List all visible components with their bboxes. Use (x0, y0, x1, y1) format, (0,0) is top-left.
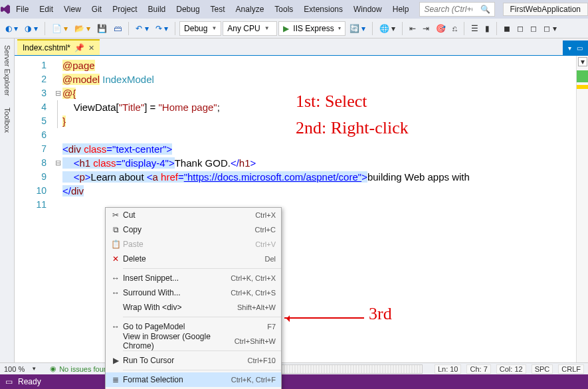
indent-more-button[interactable]: ⇥ (420, 23, 432, 35)
context-item-shortcut: Del (264, 255, 276, 263)
browser-link-button[interactable]: 🌐 ▾ (377, 23, 398, 35)
context-item-icon: ✕ (108, 254, 123, 264)
menu-analyze[interactable]: Analyze (231, 2, 270, 17)
menu-debug[interactable]: Debug (171, 2, 205, 17)
window-max-icon[interactable]: ▭ (577, 44, 583, 52)
context-item-wrap-with-div[interactable]: Wrap With <div>Shift+Alt+W (106, 300, 281, 315)
save-all-button[interactable]: 🗃 (111, 23, 124, 35)
line-ending-indicator[interactable]: CRLF (558, 364, 584, 374)
split-icon[interactable]: ▾ (578, 57, 587, 66)
status-icon: ▭ (5, 377, 13, 386)
issues-indicator[interactable]: ◉No issues found (50, 364, 112, 373)
pin-icon[interactable]: 📌 (74, 43, 84, 52)
targets-button[interactable]: 🎯 (433, 23, 448, 35)
context-item-delete[interactable]: ✕DeleteDel (106, 252, 281, 266)
indent-less-button[interactable]: ⇤ (407, 23, 419, 35)
context-item-cut[interactable]: ✂CutCtrl+X (106, 208, 281, 222)
line-number-gutter: 1234567891011 (15, 56, 53, 362)
fold-column[interactable]: ⊟ ⊟ (53, 56, 62, 362)
refresh-button[interactable]: 🔄 ▾ (347, 23, 368, 35)
misc-button-2[interactable]: ◻ (528, 23, 539, 35)
menu-build[interactable]: Build (143, 2, 171, 17)
menu-view[interactable]: View (58, 2, 86, 17)
back-button[interactable]: ◐ ▾ (3, 23, 21, 35)
spaces-indicator[interactable]: SPC (532, 364, 553, 374)
check-icon: ◉ (50, 364, 56, 373)
toolbox-tab[interactable]: Toolbox (3, 108, 11, 133)
context-item-icon: ✂ (108, 210, 123, 220)
close-icon[interactable]: ✕ (88, 44, 94, 52)
menu-project[interactable]: Project (107, 2, 142, 17)
comment-button[interactable]: ▮ (482, 23, 492, 35)
line-number: 8 (15, 156, 47, 170)
menu-test[interactable]: Test (205, 2, 231, 17)
line-number: 2 (15, 72, 47, 86)
menu-extensions[interactable]: Extensions (298, 2, 348, 17)
context-item-label: Copy (123, 225, 255, 234)
forward-button[interactable]: ◑ ▾ (22, 23, 40, 35)
line-number: 11 (15, 198, 47, 212)
context-menu[interactable]: ✂CutCtrl+X⧉CopyCtrl+C📋PasteCtrl+V✕Delete… (105, 207, 282, 389)
menu-window[interactable]: Window (348, 2, 387, 17)
context-item-label: Format Selection (123, 375, 231, 384)
context-item-icon: 📋 (108, 240, 123, 249)
platform-dropdown[interactable]: Any CPU▼ (223, 21, 277, 36)
context-item-shortcut: Ctrl+C (255, 226, 276, 234)
context-item-insert-snippet[interactable]: ↔Insert Snippet...Ctrl+K, Ctrl+X (106, 271, 281, 285)
line-number: 3 (15, 86, 47, 100)
text-wrap-button[interactable]: ☰ (468, 23, 481, 35)
uncomment-button[interactable]: ⎌ (450, 23, 460, 35)
redo-button[interactable]: ↷ ▾ (153, 23, 171, 35)
vs-logo-icon (0, 4, 11, 15)
menu-edit[interactable]: Edit (34, 2, 58, 17)
line-number: 9 (15, 170, 47, 184)
context-separator (123, 268, 281, 269)
context-separator (123, 317, 281, 317)
zoom-chevron-icon[interactable]: ▼ (31, 366, 37, 372)
context-item-shortcut: Ctrl+K, Ctrl+S (231, 289, 276, 297)
context-item-shortcut: Ctrl+K, Ctrl+X (231, 274, 276, 282)
quick-search[interactable]: 🔍 (419, 2, 494, 17)
chevron-down-icon[interactable]: ▾ (568, 44, 571, 52)
solution-name[interactable]: FirstWebApplication (503, 3, 589, 16)
context-item-copy[interactable]: ⧉CopyCtrl+C (106, 222, 281, 237)
context-item-icon: ↔ (108, 322, 123, 331)
file-tab-label: Index.cshtml* (23, 43, 70, 52)
run-button[interactable]: ▶IIS Express▾ (278, 21, 345, 36)
save-button[interactable]: 💾 (94, 23, 110, 35)
line-number: 5 (15, 114, 47, 128)
context-item-format-selection[interactable]: ≣Format SelectionCtrl+K, Ctrl+F (106, 372, 281, 387)
bookmark-button[interactable]: ◼ (501, 23, 513, 35)
misc-button-3[interactable]: ◻ ▾ (541, 23, 559, 35)
context-item-label: Go to PageModel (123, 322, 267, 331)
menu-help[interactable]: Help (387, 2, 415, 17)
context-item-label: Cut (123, 210, 255, 220)
menu-file[interactable]: File (11, 2, 34, 17)
line-indicator: Ln: 10 (435, 364, 462, 374)
context-item-shortcut: Ctrl+K, Ctrl+F (231, 376, 276, 384)
context-item-surround-with[interactable]: ↔Surround With...Ctrl+K, Ctrl+S (106, 285, 281, 300)
menu-git[interactable]: Git (86, 2, 107, 17)
config-dropdown[interactable]: Debug▼ (179, 21, 221, 36)
context-item-label: Run To Cursor (123, 356, 248, 365)
context-item-run-to-cursor[interactable]: ▶Run To CursorCtrl+F10 (106, 353, 281, 368)
arrow-annotation (284, 317, 364, 319)
misc-button-1[interactable]: ◻ (514, 23, 526, 35)
new-project-button[interactable]: 📄 ▾ (49, 23, 70, 35)
context-item-shortcut: Shift+Alt+W (237, 303, 276, 311)
menu-tools[interactable]: Tools (269, 2, 298, 17)
line-number: 10 (15, 184, 47, 198)
line-number: 7 (15, 142, 47, 156)
file-tab-index[interactable]: Index.cshtml* 📌 ✕ (17, 39, 100, 55)
undo-button[interactable]: ↶ ▾ (133, 23, 151, 35)
zoom-level[interactable]: 100 % (4, 365, 25, 373)
context-item-view-in-browser-google-chrome[interactable]: View in Browser (Google Chrome)Ctrl+Shif… (106, 334, 281, 349)
code-editor[interactable]: 1234567891011 ⊟ ⊟ @page @model IndexMode… (15, 56, 588, 362)
search-input[interactable] (420, 5, 476, 14)
tab-strip: Index.cshtml* 📌 ✕ ▾ ▭ (15, 39, 588, 56)
context-item-label: View in Browser (Google Chrome) (123, 332, 235, 350)
right-scroll-rail[interactable]: ▾ (576, 56, 588, 362)
open-file-button[interactable]: 📂 ▾ (72, 23, 93, 35)
server-explorer-tab[interactable]: Server Explorer (3, 45, 11, 96)
line-number: 1 (15, 58, 47, 72)
